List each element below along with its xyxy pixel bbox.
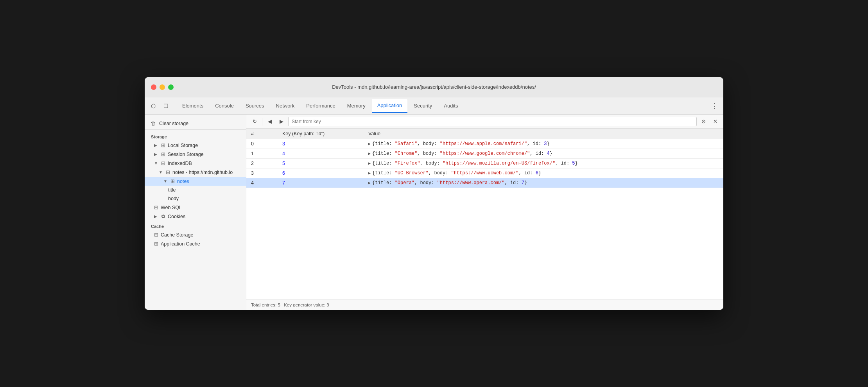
tab-network[interactable]: Network <box>271 99 300 113</box>
sidebar: 🗑 Clear storage Storage ▶ ⊞ Local Storag… <box>145 115 246 310</box>
cursor-icon-btn[interactable]: ⬡ <box>148 100 159 111</box>
row-key: 7 <box>278 178 364 188</box>
table-header-row: # Key (Key path: "id") Value <box>246 129 723 139</box>
sidebar-item-websql[interactable]: ⊟ Web SQL <box>145 203 246 212</box>
sidebar-item-db[interactable]: ▼ ⊟ notes - https://mdn.github.io <box>145 168 246 177</box>
tab-elements[interactable]: Elements <box>177 99 209 113</box>
chevron-down-icon: ▼ <box>163 179 168 183</box>
expand-arrow[interactable]: ▶ <box>368 161 371 166</box>
devtools-window: DevTools - mdn.github.io/learning-area/j… <box>145 77 723 310</box>
close-button[interactable] <box>151 84 156 90</box>
tab-application[interactable]: Application <box>372 99 408 113</box>
cursor-icon: ⬡ <box>151 103 156 109</box>
window-title: DevTools - mdn.github.io/learning-area/j… <box>332 84 536 90</box>
devtools-icons: ⬡ ☐ <box>148 100 171 111</box>
row-value: ▶{title: "Opera", body: "https://www.ope… <box>364 178 723 188</box>
clear-storage-button[interactable]: 🗑 Clear storage <box>145 118 246 130</box>
back-button[interactable]: ◀ <box>265 116 275 127</box>
table-area: # Key (Key path: "id") Value 03▶{title: … <box>246 129 723 299</box>
content-panel: ↻ ◀ ▶ ⊘ ✕ <box>246 115 723 310</box>
chevron-right-icon: ▶ <box>154 214 159 219</box>
block-button[interactable]: ⊘ <box>698 116 708 127</box>
traffic-lights <box>151 84 174 90</box>
row-value: ▶{title: "Firefox", body: "https://www.m… <box>364 159 723 168</box>
sidebar-item-indexeddb[interactable]: ▼ ⊟ IndexedDB <box>145 159 246 168</box>
toolbar: ↻ ◀ ▶ ⊘ ✕ <box>246 115 723 129</box>
close-filter-button[interactable]: ✕ <box>710 116 720 127</box>
session-storage-icon: ⊞ <box>161 151 165 157</box>
row-key: 4 <box>278 149 364 159</box>
status-bar: Total entries: 5 | Key generator value: … <box>246 299 723 310</box>
row-key: 5 <box>278 159 364 168</box>
expand-arrow[interactable]: ▶ <box>368 142 371 146</box>
expand-arrow[interactable]: ▶ <box>368 171 371 176</box>
row-index: 0 <box>246 139 278 149</box>
storage-section-header: Storage <box>145 131 246 141</box>
expand-arrow[interactable]: ▶ <box>368 181 371 185</box>
table-row[interactable]: 14▶{title: "Chrome", body: "https://www.… <box>246 149 723 159</box>
more-button[interactable]: ⋮ <box>709 100 720 111</box>
sidebar-item-app-cache[interactable]: ⊞ Application Cache <box>145 239 246 248</box>
row-index: 3 <box>246 168 278 178</box>
col-number-header: # <box>246 129 278 139</box>
sidebar-item-title[interactable]: title <box>145 186 246 194</box>
tab-console[interactable]: Console <box>210 99 239 113</box>
inspect-icon-btn[interactable]: ☐ <box>160 100 171 111</box>
toolbar-separator <box>262 118 262 125</box>
table-row[interactable]: 36▶{title: "UC Browser", body: "https://… <box>246 168 723 178</box>
row-index: 1 <box>246 149 278 159</box>
data-table: # Key (Key path: "id") Value 03▶{title: … <box>246 129 723 188</box>
col-key-header: Key (Key path: "id") <box>278 129 364 139</box>
close-icon: ✕ <box>713 118 717 124</box>
more-icon: ⋮ <box>711 102 718 110</box>
col-value-header: Value <box>364 129 723 139</box>
tab-audits[interactable]: Audits <box>438 99 463 113</box>
store-icon: ⊞ <box>170 178 175 184</box>
forward-icon: ▶ <box>280 118 283 124</box>
cache-section-header: Cache <box>145 221 246 230</box>
sidebar-item-cookies[interactable]: ▶ ✿ Cookies <box>145 212 246 221</box>
table-row[interactable]: 03▶{title: "Safari", body: "https://www.… <box>246 139 723 149</box>
row-index: 2 <box>246 159 278 168</box>
tab-memory[interactable]: Memory <box>342 99 371 113</box>
sidebar-item-local-storage[interactable]: ▶ ⊞ Local Storage <box>145 141 246 150</box>
database-icon: ⊟ <box>166 169 170 175</box>
search-input[interactable] <box>288 117 697 126</box>
row-value: ▶{title: "Chrome", body: "https://www.go… <box>364 149 723 159</box>
sidebar-item-cache-storage[interactable]: ⊟ Cache Storage <box>145 230 246 239</box>
main-content: 🗑 Clear storage Storage ▶ ⊞ Local Storag… <box>145 115 723 310</box>
refresh-button[interactable]: ↻ <box>249 116 260 127</box>
table-row[interactable]: 47▶{title: "Opera", body: "https://www.o… <box>246 178 723 188</box>
row-value: ▶{title: "Safari", body: "https://www.ap… <box>364 139 723 149</box>
chevron-down-icon: ▼ <box>154 161 159 165</box>
cookies-icon: ✿ <box>161 213 165 219</box>
table-row[interactable]: 25▶{title: "Firefox", body: "https://www… <box>246 159 723 168</box>
status-text: Total entries: 5 | Key generator value: … <box>251 303 329 307</box>
trash-icon: 🗑 <box>151 121 156 126</box>
tab-sources[interactable]: Sources <box>240 99 270 113</box>
app-cache-icon: ⊞ <box>154 241 158 247</box>
expand-arrow[interactable]: ▶ <box>368 152 371 156</box>
indexeddb-icon: ⊟ <box>161 160 165 166</box>
sidebar-item-notes-store[interactable]: ▼ ⊞ notes <box>145 177 246 186</box>
maximize-button[interactable] <box>168 84 174 90</box>
tab-security[interactable]: Security <box>408 99 438 113</box>
chevron-right-icon: ▶ <box>154 152 159 156</box>
row-index: 4 <box>246 178 278 188</box>
sidebar-item-body[interactable]: body <box>145 194 246 203</box>
tab-bar-right: ⋮ <box>709 100 720 111</box>
local-storage-icon: ⊞ <box>161 142 165 148</box>
row-value: ▶{title: "UC Browser", body: "https://ww… <box>364 168 723 178</box>
cache-storage-icon: ⊟ <box>154 232 158 238</box>
websql-icon: ⊟ <box>154 204 158 210</box>
minimize-button[interactable] <box>160 84 165 90</box>
chevron-down-icon: ▼ <box>159 170 163 174</box>
sidebar-item-session-storage[interactable]: ▶ ⊞ Session Storage <box>145 150 246 159</box>
forward-button[interactable]: ▶ <box>276 116 287 127</box>
tab-performance[interactable]: Performance <box>301 99 341 113</box>
back-icon: ◀ <box>268 118 272 124</box>
block-icon: ⊘ <box>701 118 706 124</box>
tab-bar: ⬡ ☐ Elements Console Sources Network Per… <box>145 97 723 115</box>
row-key: 3 <box>278 139 364 149</box>
refresh-icon: ↻ <box>253 118 257 124</box>
